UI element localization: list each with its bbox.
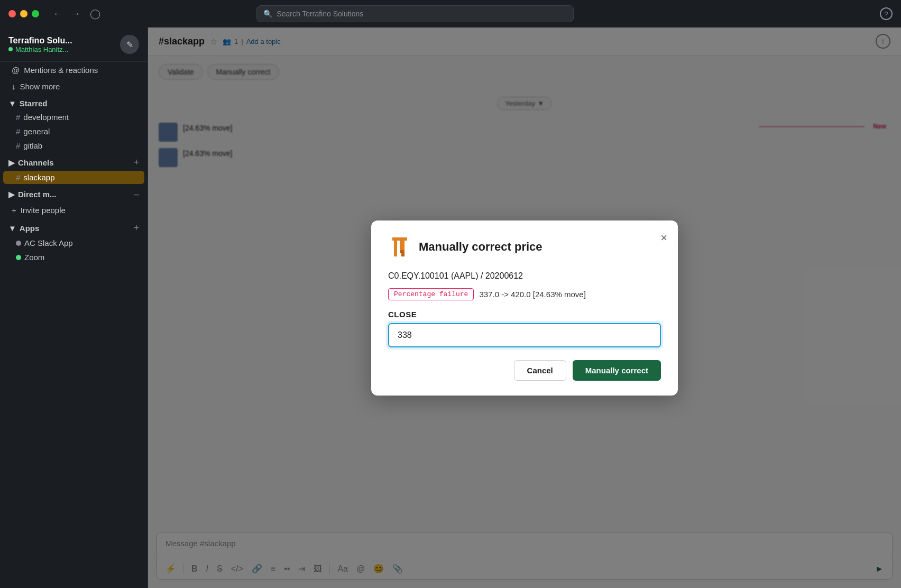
chevron-down-icon: ▼ [8, 224, 16, 233]
traffic-lights [8, 10, 39, 17]
apps-label: Apps [20, 224, 40, 233]
hash-icon: # [16, 113, 20, 122]
sidebar: Terrafino Solu... Matthias Hanitz... ✎ @… [0, 27, 148, 588]
channel-name: gitlab [23, 141, 42, 150]
modal-backdrop: × Manually correct price C0.EQY.100101 (… [148, 27, 901, 588]
titlebar: ← → ◯ 🔍 Search Terrafino Solutions ? [0, 0, 901, 27]
sidebar-item-development[interactable]: # development [3, 111, 144, 124]
nav-arrows: ← → [50, 6, 84, 22]
app-icon [16, 241, 21, 246]
hash-icon: # [16, 141, 20, 150]
help-button[interactable]: ? [880, 7, 893, 20]
show-more-label: Show more [20, 82, 60, 91]
forward-button[interactable]: → [68, 6, 84, 22]
invite-label: Invite people [21, 206, 66, 215]
search-bar[interactable]: 🔍 Search Terrafino Solutions [256, 5, 574, 22]
workspace-user: Matthias Hanitz... [8, 45, 72, 53]
sidebar-item-ac-slack-app[interactable]: AC Slack App [3, 236, 144, 250]
starred-section-header[interactable]: ▼ Starred [0, 95, 148, 110]
status-dot [8, 47, 13, 51]
search-placeholder: Search Terrafino Solutions [277, 10, 363, 18]
workspace-info: Terrafino Solu... Matthias Hanitz... [8, 36, 72, 53]
sidebar-item-show-more[interactable]: ↓ Show more [3, 79, 144, 94]
apps-section-header[interactable]: ▼ Apps + [0, 218, 148, 236]
modal-header: Manually correct price [388, 235, 661, 259]
sidebar-item-invite[interactable]: + Invite people [3, 203, 144, 218]
history-button[interactable]: ◯ [90, 8, 100, 20]
sidebar-item-slackapp[interactable]: # slackapp [3, 171, 144, 184]
failure-detail: 337.0 -> 420.0 [24.63% move] [479, 290, 585, 299]
search-icon: 🔍 [263, 10, 272, 18]
workspace-name[interactable]: Terrafino Solu... [8, 36, 72, 45]
chevron-right-icon: ▶ [8, 158, 15, 168]
manually-correct-modal: × Manually correct price C0.EQY.100101 (… [371, 221, 678, 396]
main-layout: Terrafino Solu... Matthias Hanitz... ✎ @… [0, 27, 901, 588]
edit-button[interactable]: ✎ [120, 35, 139, 54]
mentions-label: Mentions & reactions [24, 66, 98, 75]
plus-icon: + [12, 206, 16, 215]
channel-name: slackapp [23, 173, 54, 182]
channels-label: Channels [18, 158, 54, 167]
close-window-button[interactable] [8, 10, 16, 17]
modal-close-button[interactable]: × [660, 231, 667, 245]
add-dm-button[interactable]: – [134, 189, 139, 200]
close-price-input[interactable] [388, 323, 661, 347]
chevron-down-icon: ▼ [8, 99, 16, 108]
channel-name: general [23, 127, 50, 136]
cancel-button[interactable]: Cancel [514, 360, 566, 381]
app-icon [16, 255, 21, 260]
user-name: Matthias Hanitz... [15, 45, 68, 53]
direct-messages-label: Direct m... [18, 190, 57, 199]
maximize-window-button[interactable] [32, 10, 39, 17]
modal-title: Manually correct price [419, 240, 543, 254]
at-icon: @ [12, 66, 20, 75]
workspace-header: Terrafino Solu... Matthias Hanitz... ✎ [0, 27, 148, 62]
sidebar-item-mentions[interactable]: @ Mentions & reactions [3, 62, 144, 78]
hash-icon: # [16, 127, 20, 136]
sidebar-item-general[interactable]: # general [3, 125, 144, 138]
terrafino-logo-icon [388, 235, 411, 259]
modal-field-label: CLOSE [388, 310, 661, 319]
add-channel-button[interactable]: + [133, 157, 139, 168]
minimize-window-button[interactable] [20, 10, 27, 17]
sidebar-item-zoom[interactable]: Zoom [3, 251, 144, 264]
app-name: AC Slack App [24, 238, 73, 247]
sidebar-item-gitlab[interactable]: # gitlab [3, 139, 144, 152]
confirm-button[interactable]: Manually correct [573, 360, 661, 381]
starred-label: Starred [20, 99, 48, 108]
modal-badge-row: Percentage failure 337.0 -> 420.0 [24.63… [388, 288, 661, 300]
hash-icon: # [16, 173, 20, 182]
channel-name: development [23, 113, 69, 122]
add-app-button[interactable]: + [133, 223, 139, 234]
down-arrow-icon: ↓ [12, 82, 16, 91]
failure-badge: Percentage failure [388, 288, 474, 300]
channels-section-header[interactable]: ▶ Channels + [0, 153, 148, 170]
direct-messages-header[interactable]: ▶ Direct m... – [0, 185, 148, 202]
app-name: Zoom [24, 253, 44, 262]
modal-ticker: C0.EQY.100101 (AAPL) / 20200612 [388, 271, 661, 281]
back-button[interactable]: ← [50, 6, 66, 22]
chevron-right-icon: ▶ [8, 190, 15, 199]
content-area: #slackapp ☆ 👥 1 | Add a topic i Validate… [148, 27, 901, 588]
modal-footer: Cancel Manually correct [388, 360, 661, 381]
